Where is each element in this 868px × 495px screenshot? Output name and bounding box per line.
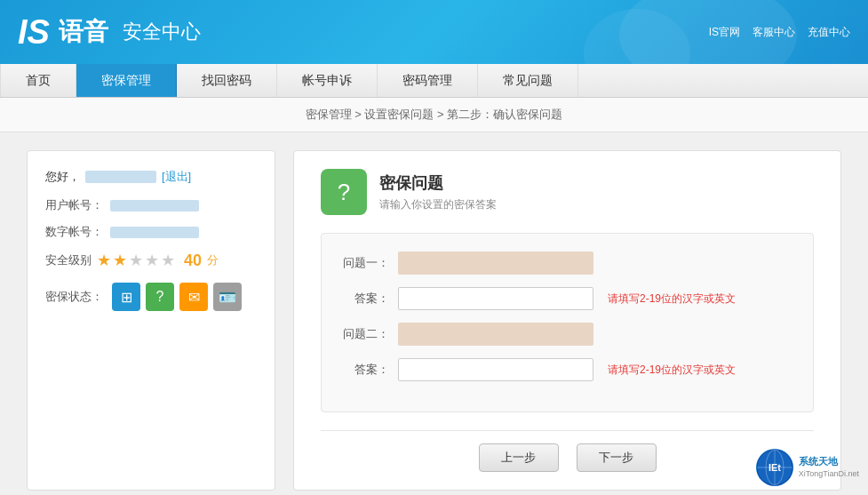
header-links: IS官网 客服中心 充值中心 xyxy=(709,25,850,40)
mibao-icon-id[interactable]: 🪪 xyxy=(213,283,242,311)
user-greeting-row: 您好， [退出] xyxy=(45,169,257,185)
digital-label: 数字帐号： xyxy=(45,224,103,240)
content: 您好， [退出] 用户帐号： 数字帐号： 安全级别 ★ ★ ★ ★ ★ xyxy=(0,132,868,495)
form-section: 问题一： 答案： 请填写2-19位的汉字或英文 问题二： 答案： xyxy=(321,233,814,412)
answer2-label: 答案： xyxy=(343,362,389,378)
header-link-recharge[interactable]: 充值中心 xyxy=(808,25,850,40)
nav-appeal[interactable]: 帐号申诉 xyxy=(277,64,378,97)
breadcrumb-text: 密保管理 > 设置密保问题 > 第二步：确认密保问题 xyxy=(306,108,563,121)
watermark-globe: IEt xyxy=(756,449,793,486)
question2-label: 问题二： xyxy=(343,326,389,342)
mibao-icon-mail[interactable]: ✉ xyxy=(179,283,208,311)
account-label: 用户帐号： xyxy=(45,197,103,213)
footer-watermark: IEt 系统天地 XiTongTianDi.net xyxy=(756,449,859,486)
mibao-status-row: 密保状态： ⊞ ? ✉ 🪪 xyxy=(45,283,257,311)
answer2-hint: 请填写2-19位的汉字或英文 xyxy=(608,363,736,378)
star-3: ★ xyxy=(129,251,143,270)
answer1-label: 答案： xyxy=(343,291,389,307)
globe-icon: IEt xyxy=(756,449,793,486)
right-panel: ? 密保问题 请输入你设置的密保答案 问题一： 答案： 请填写2-19位的汉字或… xyxy=(293,150,841,491)
star-4: ★ xyxy=(145,251,159,270)
greeting-text: 您好， xyxy=(45,169,80,185)
buttons-row: 上一步 下一步 xyxy=(321,430,814,472)
header-link-support[interactable]: 客服中心 xyxy=(753,25,795,40)
mibao-icon-question[interactable]: ? xyxy=(146,283,174,311)
panel-subtitle: 请输入你设置的密保答案 xyxy=(379,197,497,212)
stars: ★ ★ ★ ★ ★ xyxy=(97,251,175,270)
panel-title-block: 密保问题 请输入你设置的密保答案 xyxy=(379,172,497,212)
question1-value xyxy=(398,251,593,275)
watermark-url: XiTongTianDi.net xyxy=(799,468,859,480)
watermark-site: 系统天地 xyxy=(799,455,859,468)
logo-is: IS xyxy=(18,15,50,49)
header-link-official[interactable]: IS官网 xyxy=(709,25,740,40)
mibao-label: 密保状态： xyxy=(45,289,103,305)
panel-header: ? 密保问题 请输入你设置的密保答案 xyxy=(321,169,814,215)
question2-row: 问题二： xyxy=(343,323,792,346)
user-name-blur xyxy=(85,171,156,183)
answer1-input[interactable] xyxy=(398,287,593,310)
score-unit: 分 xyxy=(207,252,219,268)
question2-value xyxy=(398,323,593,346)
panel-title: 密保问题 xyxy=(379,172,497,194)
account-row: 用户帐号： xyxy=(45,197,257,213)
breadcrumb: 密保管理 > 设置密保问题 > 第二步：确认密保问题 xyxy=(0,98,868,132)
logo: IS 语音 安全中心 xyxy=(18,15,201,49)
answer2-input[interactable] xyxy=(398,358,593,381)
logout-link[interactable]: [退出] xyxy=(162,169,191,185)
nav: 首页 密保管理 找回密码 帐号申诉 密码管理 常见问题 xyxy=(0,64,868,98)
main: 密保管理 > 设置密保问题 > 第二步：确认密保问题 您好， [退出] 用户帐号… xyxy=(0,98,868,495)
nav-faq[interactable]: 常见问题 xyxy=(478,64,578,97)
digital-row: 数字帐号： xyxy=(45,224,257,240)
account-value xyxy=(110,200,199,212)
nav-retrieve[interactable]: 找回密码 xyxy=(177,64,277,97)
header: IS 语音 安全中心 IS官网 客服中心 充值中心 xyxy=(0,0,868,64)
answer1-hint: 请填写2-19位的汉字或英文 xyxy=(608,291,736,307)
security-level-row: 安全级别 ★ ★ ★ ★ ★ 40 分 xyxy=(45,251,257,270)
svg-text:IEt: IEt xyxy=(768,462,781,473)
watermark-text: 系统天地 XiTongTianDi.net xyxy=(799,455,859,480)
star-5: ★ xyxy=(161,251,175,270)
question-icon-wrap: ? xyxy=(321,169,367,215)
nav-mibao[interactable]: 密保管理 xyxy=(76,64,177,97)
nav-home[interactable]: 首页 xyxy=(0,64,76,97)
security-label: 安全级别 xyxy=(45,252,92,268)
answer2-row: 答案： 请填写2-19位的汉字或英文 xyxy=(343,358,792,381)
answer1-row: 答案： 请填写2-19位的汉字或英文 xyxy=(343,287,792,310)
mibao-icon-grid[interactable]: ⊞ xyxy=(112,283,140,311)
security-score: 40 xyxy=(184,251,202,270)
logo-security: 安全中心 xyxy=(123,19,201,45)
logo-voice: 语音 xyxy=(59,15,108,49)
question1-label: 问题一： xyxy=(343,255,389,271)
next-button[interactable]: 下一步 xyxy=(577,443,657,472)
question-icon: ? xyxy=(338,179,350,206)
star-2: ★ xyxy=(113,251,127,270)
prev-button[interactable]: 上一步 xyxy=(479,443,559,472)
left-panel: 您好， [退出] 用户帐号： 数字帐号： 安全级别 ★ ★ ★ ★ ★ xyxy=(27,150,275,491)
star-1: ★ xyxy=(97,251,111,270)
digital-value xyxy=(110,227,199,238)
question1-row: 问题一： xyxy=(343,251,792,275)
nav-password[interactable]: 密码管理 xyxy=(378,64,478,97)
